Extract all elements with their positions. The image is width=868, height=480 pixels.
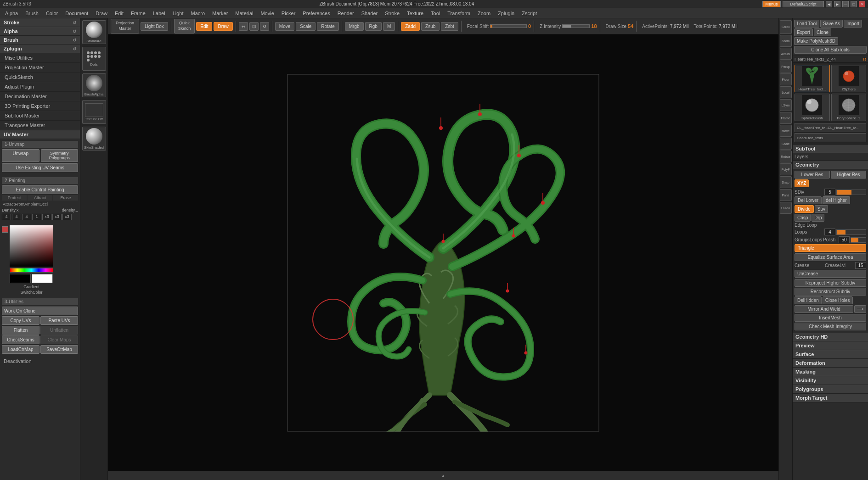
menu-edit[interactable]: Edit xyxy=(112,10,127,17)
menu-zscript[interactable]: Zscript xyxy=(519,10,540,17)
menu-transform[interactable]: Transform xyxy=(444,10,473,17)
masking-header[interactable]: Masking xyxy=(793,368,868,376)
use-existing-uv-btn[interactable]: Use Existing UV Seams xyxy=(2,163,78,172)
mirror-weld-arrow[interactable]: ⟶ xyxy=(854,305,866,313)
draw-btn[interactable]: Draw xyxy=(214,22,232,31)
geometry-hd-header[interactable]: Geometry HD xyxy=(793,333,868,341)
scale-vert-btn[interactable]: Scale xyxy=(780,138,792,150)
polygroups-header[interactable]: Polygroups xyxy=(793,385,868,394)
export-btn[interactable]: Export xyxy=(794,28,813,36)
menu-picker[interactable]: Picker xyxy=(278,10,299,17)
quicksketch-item[interactable]: QuickSketch xyxy=(0,73,80,82)
menu-zoom[interactable]: Zoom xyxy=(474,10,494,17)
tool-thumb-polysphere[interactable]: PolySphere_1 xyxy=(831,94,867,121)
paste-uvs-btn[interactable]: Paste UVs xyxy=(40,316,78,325)
minimize-btn[interactable]: — xyxy=(842,1,849,7)
menu-movie[interactable]: Movie xyxy=(257,10,277,17)
num5[interactable]: x3 xyxy=(42,214,51,220)
color-hue-bar[interactable] xyxy=(10,268,53,273)
zsub-btn[interactable]: Zsub xyxy=(421,22,440,31)
del-lower-btn[interactable]: Del Lower xyxy=(795,196,822,204)
scale-icon-btn[interactable]: ⊡ xyxy=(249,22,259,31)
crease-val[interactable]: 15 xyxy=(855,262,866,269)
load-tool-btn[interactable]: Load Tool xyxy=(794,20,819,28)
decimation-master-item[interactable]: Decimation Master xyxy=(0,92,80,101)
maximize-btn[interactable]: □ xyxy=(851,1,857,7)
suv-btn[interactable]: Suv xyxy=(815,205,828,213)
work-on-clone-btn[interactable]: Work On Clone xyxy=(2,307,78,315)
lazdo-btn[interactable]: Lazdo xyxy=(780,202,792,214)
unwrap-btn[interactable]: Unwrap xyxy=(2,149,39,162)
polish-val[interactable]: 50 xyxy=(839,236,850,243)
xyz-btn[interactable]: XYZ xyxy=(795,179,809,187)
lsym-btn[interactable]: LSym xyxy=(780,99,792,111)
menu-tool[interactable]: Tool xyxy=(428,10,443,17)
menu-brush[interactable]: Brush xyxy=(22,10,42,17)
menu-render[interactable]: Render xyxy=(334,10,357,17)
menus-btn[interactable]: Menus xyxy=(762,1,781,7)
menu-color[interactable]: Color xyxy=(43,10,61,17)
scroll-btn[interactable]: Scroll xyxy=(780,20,792,34)
save-ctrl-btn[interactable]: SaveCtrMap xyxy=(40,345,78,354)
zoom-btn[interactable]: Zoom xyxy=(780,35,792,47)
menu-frame[interactable]: Frame xyxy=(128,10,149,17)
transpose-master-item[interactable]: Transpose Master xyxy=(0,121,80,130)
m-btn[interactable]: M xyxy=(383,22,395,31)
check-seams-btn[interactable]: CheckSeams xyxy=(2,335,39,344)
snap-btn[interactable]: Snap xyxy=(780,176,792,188)
edit-btn[interactable]: Edit xyxy=(196,22,212,31)
crisp-btn[interactable]: Crisp xyxy=(795,214,811,222)
num1[interactable]: 4 xyxy=(2,214,11,220)
stroke-header[interactable]: Stroke ↺ xyxy=(0,18,80,27)
num4[interactable]: 1 xyxy=(32,214,41,220)
check-mesh-integrity-btn[interactable]: Check Mesh Integrity xyxy=(795,323,866,330)
close-btn[interactable]: ✕ xyxy=(859,1,865,7)
brush-dots[interactable]: Dots xyxy=(82,47,106,71)
adjust-plugin-item[interactable]: Adjust Plugin xyxy=(0,82,80,92)
menu-macro[interactable]: Macro xyxy=(188,10,209,17)
delhidden-btn[interactable]: DelHidden xyxy=(795,296,822,304)
frame-btn[interactable]: Frame xyxy=(780,112,792,124)
black-swatch[interactable] xyxy=(10,274,31,283)
geometry-header[interactable]: Geometry xyxy=(793,161,868,169)
local-btn[interactable]: Local xyxy=(780,86,792,98)
white-swatch[interactable] xyxy=(32,274,53,283)
sdiv-val[interactable]: 5 xyxy=(824,189,835,195)
menu-shader[interactable]: Shader xyxy=(358,10,381,17)
persp-btn[interactable]: Persp xyxy=(780,61,792,73)
subtool-master-item[interactable]: SubTool Master xyxy=(0,111,80,121)
drp-btn[interactable]: Drp xyxy=(812,214,824,222)
unflatten-btn[interactable]: Unflatten xyxy=(40,326,78,335)
visibility-header[interactable]: Visibility xyxy=(793,376,868,385)
move-icon-btn[interactable]: ⇔ xyxy=(239,22,248,31)
loops-val[interactable]: 4 xyxy=(824,229,835,235)
preview-header[interactable]: Preview xyxy=(793,341,868,350)
floor-btn[interactable]: Floor xyxy=(780,73,792,85)
brush-alpha[interactable]: BrushAlpha xyxy=(82,73,106,97)
import-btn[interactable]: Import xyxy=(844,20,862,28)
symmetry-polygroups-btn[interactable]: Symmetry Polygroups xyxy=(41,149,79,162)
menu-preferences[interactable]: Preferences xyxy=(299,10,333,17)
tool-thumb-spherebrush[interactable]: SphereBrush xyxy=(795,94,830,121)
stroke-refresh[interactable]: ↺ xyxy=(73,20,76,25)
mrgb-btn[interactable]: Mrgb xyxy=(345,22,364,31)
menu-zplugin[interactable]: Zplugin xyxy=(495,10,518,17)
menu-light[interactable]: Light xyxy=(169,10,187,17)
insertmesh-btn[interactable]: InsertMesh xyxy=(795,314,866,322)
clear-maps-btn[interactable]: Clear Maps xyxy=(40,335,78,344)
higher-res-btn[interactable]: Higher Res xyxy=(831,171,866,179)
rgb-btn[interactable]: Rgb xyxy=(365,22,382,31)
move-vert-btn[interactable]: Move xyxy=(780,125,792,137)
enable-control-painting-btn[interactable]: Enable Control Painting xyxy=(2,185,78,194)
loops-slider[interactable] xyxy=(836,229,866,235)
switch-color-btn[interactable]: SwitchColor xyxy=(10,290,53,295)
menu-marker[interactable]: Marker xyxy=(209,10,231,17)
alpha-refresh[interactable]: ↺ xyxy=(73,29,76,34)
menu-document[interactable]: Document xyxy=(62,10,91,17)
menu-material[interactable]: Material xyxy=(232,10,256,17)
num6[interactable]: x3 xyxy=(52,214,62,220)
polish-slider[interactable] xyxy=(851,237,866,243)
deactivation-btn[interactable]: Deactivation xyxy=(0,357,80,366)
nav-right[interactable]: ▶ xyxy=(834,1,840,7)
num7[interactable]: x3 xyxy=(62,214,72,220)
